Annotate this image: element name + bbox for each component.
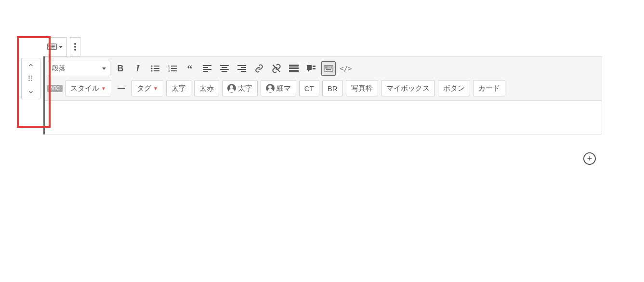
numbered-list-button[interactable]: 123 [165,61,180,76]
svg-rect-6 [54,45,55,46]
bold-button[interactable]: B [113,61,128,76]
keyboard-toggle-button[interactable] [321,61,336,76]
keyboard-mode-button[interactable] [43,37,67,56]
svg-rect-58 [330,67,331,68]
svg-rect-56 [328,67,329,68]
svg-rect-31 [203,69,211,70]
block-mover: ⠿ [21,58,40,99]
more-options-button[interactable] [70,37,80,56]
svg-rect-29 [203,65,211,66]
svg-rect-55 [326,67,327,68]
caret-down-icon: ▼ [153,86,158,91]
svg-rect-33 [220,65,229,66]
svg-rect-1 [49,45,50,46]
svg-rect-51 [329,67,329,67]
svg-rect-38 [241,67,246,68]
svg-rect-35 [220,69,229,70]
br-button[interactable]: BR [322,80,343,96]
svg-rect-20 [154,68,159,69]
photo-frame-button[interactable]: 写真枠 [346,80,378,96]
svg-rect-34 [222,67,227,68]
link-button[interactable] [252,61,266,76]
svg-rect-30 [203,67,208,68]
more-vertical-icon [74,43,76,51]
move-down-button[interactable] [22,85,40,99]
align-center-button[interactable] [217,61,232,76]
add-block-button[interactable]: + [583,152,596,165]
svg-point-21 [151,70,153,72]
plus-icon: + [587,154,592,163]
svg-rect-8 [50,46,51,47]
svg-rect-13 [50,48,54,49]
svg-rect-9 [51,46,52,47]
svg-rect-52 [330,67,331,67]
align-left-button[interactable] [200,61,214,76]
svg-rect-59 [331,67,332,68]
bold-text-button[interactable]: 太字 [166,80,191,96]
svg-rect-49 [326,67,327,67]
format-select-value: 段落 [52,64,66,73]
svg-rect-4 [52,45,53,46]
svg-rect-46 [313,68,315,69]
block-toolbar [43,37,80,56]
svg-rect-44 [289,70,299,72]
svg-rect-26 [171,68,177,69]
mybox-button[interactable]: マイボックス [381,80,435,96]
user-bold-button[interactable]: 太字 [222,80,258,96]
strikethrough-button[interactable]: ABC [48,81,62,95]
svg-rect-60 [326,69,331,70]
svg-point-14 [74,43,76,45]
format-select[interactable]: 段落 [48,61,110,76]
caret-down-icon [59,46,63,48]
svg-rect-12 [54,46,55,47]
svg-point-15 [74,46,76,48]
caret-down-icon: ▼ [101,86,106,91]
user-icon [266,84,275,93]
svg-rect-5 [53,45,54,46]
caret-down-icon [102,67,106,70]
keyboard-icon [47,43,57,51]
ct-button[interactable]: CT [299,80,319,96]
unlink-button[interactable] [269,61,284,76]
drag-handle-icon[interactable]: ⠿ [22,72,40,85]
editor-block: 段落 B I 123 “ [43,56,602,134]
svg-point-19 [151,68,153,69]
user-thin-button[interactable]: 細マ [261,80,296,96]
svg-rect-45 [313,66,315,67]
svg-rect-7 [49,46,50,47]
svg-rect-53 [331,67,332,67]
svg-rect-3 [51,45,52,46]
svg-rect-10 [52,46,53,47]
svg-rect-24 [171,66,177,67]
move-up-button[interactable] [22,58,40,72]
svg-rect-39 [237,69,246,70]
blockquote-button[interactable]: “ [183,61,197,76]
editor-content-area[interactable] [45,101,602,134]
horizontal-rule-button[interactable]: — [114,81,129,95]
tag-dropdown[interactable]: タグ ▼ [131,80,163,96]
svg-text:3: 3 [168,69,170,72]
insert-table-button[interactable] [287,61,301,76]
align-right-button[interactable] [235,61,249,76]
svg-point-16 [74,49,76,51]
italic-button[interactable]: I [131,61,145,76]
svg-rect-2 [50,45,51,46]
svg-rect-37 [237,65,246,66]
svg-rect-22 [154,70,159,71]
speech-button[interactable] [304,61,318,76]
toolbar-row-2: ABC スタイル ▼ — タグ ▼ 太字 太赤 太字 [48,78,599,98]
svg-rect-54 [325,67,326,68]
svg-rect-43 [289,67,299,69]
card-button[interactable]: カード [473,80,505,96]
source-code-button[interactable]: </> [339,61,353,76]
svg-rect-32 [203,71,208,72]
bold-red-button[interactable]: 太赤 [194,80,219,96]
user-icon [227,84,236,93]
svg-rect-50 [328,67,329,67]
button-insert-button[interactable]: ボタン [438,80,470,96]
code-icon: </> [340,65,352,72]
svg-rect-11 [53,46,54,47]
bullet-list-button[interactable] [148,61,162,76]
style-dropdown[interactable]: スタイル ▼ [65,80,111,96]
svg-rect-57 [329,67,329,68]
